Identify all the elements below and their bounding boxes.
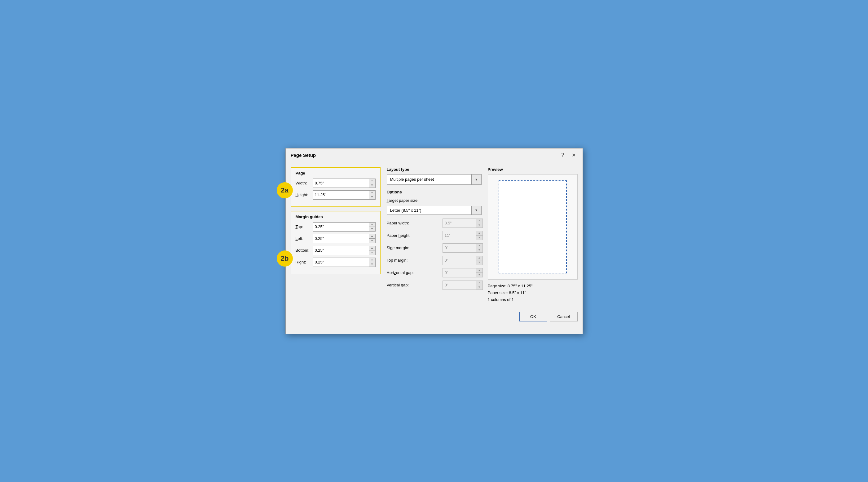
width-down-button[interactable]: ▼ xyxy=(369,183,375,187)
cancel-button[interactable]: Cancel xyxy=(550,312,578,322)
columns-info: 1 columns of 1 xyxy=(488,296,578,303)
horizontal-gap-row: Horizontal gap: ▲ ▼ xyxy=(387,268,482,277)
top-margin-input[interactable] xyxy=(313,222,369,231)
target-paper-dropdown[interactable]: ▾ xyxy=(387,206,482,215)
horizontal-gap-input[interactable] xyxy=(443,268,476,277)
options-top-margin-up-button[interactable]: ▲ xyxy=(476,256,483,260)
vertical-gap-spinner[interactable]: ▲ ▼ xyxy=(442,280,483,290)
width-up-button[interactable]: ▲ xyxy=(369,179,375,183)
paper-height-control: ▲ ▼ xyxy=(442,231,483,240)
target-paper-row: Target paper size: xyxy=(387,198,482,203)
paper-width-down-button[interactable]: ▼ xyxy=(476,223,483,228)
height-input[interactable] xyxy=(313,191,369,199)
left-margin-row: Left: ▲ ▼ xyxy=(296,234,376,243)
layout-type-arrow-button[interactable]: ▾ xyxy=(471,175,481,184)
width-input[interactable] xyxy=(313,179,369,187)
vertical-gap-up-button[interactable]: ▲ xyxy=(476,281,483,285)
bottom-margin-spinner[interactable]: ▲ ▼ xyxy=(313,246,376,255)
ok-button[interactable]: OK xyxy=(519,312,547,322)
target-paper-input[interactable] xyxy=(387,206,471,214)
left-margin-input[interactable] xyxy=(313,234,369,243)
dialog-footer: OK Cancel xyxy=(286,308,583,326)
bottom-margin-up-button[interactable]: ▲ xyxy=(369,246,375,250)
paper-width-control: ▲ ▼ xyxy=(442,218,483,228)
left-margin-spinner[interactable]: ▲ ▼ xyxy=(313,234,376,243)
paper-width-row: Paper width: ▲ ▼ xyxy=(387,218,482,228)
top-margin-spinner[interactable]: ▲ ▼ xyxy=(313,222,376,232)
left-margin-down-button[interactable]: ▼ xyxy=(369,239,375,243)
top-margin-label: Top: xyxy=(296,224,313,229)
horizontal-gap-control: ▲ ▼ xyxy=(442,268,483,277)
height-label: Height: xyxy=(296,192,313,197)
horizontal-gap-label: Horizontal gap: xyxy=(387,270,442,275)
close-button[interactable]: ✕ xyxy=(570,152,578,159)
target-paper-arrow-button[interactable]: ▾ xyxy=(471,206,481,214)
preview-page xyxy=(499,180,567,273)
margin-section-title: Margin guides xyxy=(296,214,376,219)
height-down-button[interactable]: ▼ xyxy=(369,195,375,199)
options-top-margin-spinner[interactable]: ▲ ▼ xyxy=(442,256,483,265)
bottom-margin-down-button[interactable]: ▼ xyxy=(369,250,375,255)
paper-width-spinner[interactable]: ▲ ▼ xyxy=(442,218,483,228)
step-badge-2b: 2b xyxy=(277,250,293,267)
paper-height-down-button[interactable]: ▼ xyxy=(476,236,483,240)
page-setup-dialog: Page Setup ? ✕ Page Width: xyxy=(285,148,583,334)
top-margin-up-button[interactable]: ▲ xyxy=(369,222,375,227)
width-label: Width: xyxy=(296,181,313,185)
middle-column: Layout type ▾ Options Target paper size: xyxy=(387,167,482,303)
left-column: Page Width: ▲ ▼ xyxy=(291,167,380,303)
side-margin-control: ▲ ▼ xyxy=(442,243,483,252)
right-column: Preview Page size: 8.75" x 11.25" Paper … xyxy=(488,167,578,303)
right-margin-up-button[interactable]: ▲ xyxy=(369,258,375,262)
vertical-gap-row: Vertical gap: ▲ ▼ xyxy=(387,280,482,290)
side-margin-row: Side margin: ▲ ▼ xyxy=(387,243,482,252)
vertical-gap-input[interactable] xyxy=(443,281,476,290)
height-spinner[interactable]: ▲ ▼ xyxy=(313,190,376,200)
chevron-down-icon: ▾ xyxy=(475,208,477,212)
paper-height-spinner[interactable]: ▲ ▼ xyxy=(442,231,483,240)
options-top-margin-control: ▲ ▼ xyxy=(442,256,483,265)
dialog-body: Page Width: ▲ ▼ xyxy=(286,162,583,308)
preview-area xyxy=(488,174,578,279)
paper-height-input[interactable] xyxy=(443,231,476,240)
options-top-margin-input[interactable] xyxy=(443,256,476,265)
right-margin-spinner[interactable]: ▲ ▼ xyxy=(313,258,376,267)
vertical-gap-down-button[interactable]: ▼ xyxy=(476,285,483,290)
side-margin-input[interactable] xyxy=(443,244,476,252)
right-margin-down-button[interactable]: ▼ xyxy=(369,262,375,267)
page-size-info: Page size: 8.75" x 11.25" xyxy=(488,283,578,290)
bottom-margin-input[interactable] xyxy=(313,246,369,255)
right-margin-input[interactable] xyxy=(313,258,369,267)
layout-type-dropdown[interactable]: ▾ xyxy=(387,174,482,185)
height-spinner-buttons: ▲ ▼ xyxy=(369,191,375,199)
top-margin-row: Top: ▲ ▼ xyxy=(296,222,376,232)
width-spinner[interactable]: ▲ ▼ xyxy=(313,179,376,188)
horizontal-gap-up-button[interactable]: ▲ xyxy=(476,268,483,273)
side-margin-down-button[interactable]: ▼ xyxy=(476,248,483,252)
top-margin-down-button[interactable]: ▼ xyxy=(369,227,375,231)
dialog-wrapper: 2a 2b Page Setup ? ✕ Page Width: xyxy=(285,148,583,334)
paper-width-input[interactable] xyxy=(443,219,476,228)
title-bar: Page Setup ? ✕ xyxy=(286,148,583,162)
paper-height-up-button[interactable]: ▲ xyxy=(476,231,483,236)
step-badge-2a: 2a xyxy=(277,182,293,199)
paper-width-up-button[interactable]: ▲ xyxy=(476,219,483,223)
width-row: Width: ▲ ▼ xyxy=(296,179,376,188)
preview-title: Preview xyxy=(488,167,578,172)
side-margin-spinner[interactable]: ▲ ▼ xyxy=(442,243,483,252)
height-row: Height: ▲ ▼ xyxy=(296,190,376,200)
bottom-margin-row: Bottom: ▲ ▼ xyxy=(296,246,376,255)
layout-type-input[interactable] xyxy=(387,175,471,183)
paper-size-info: Paper size: 8.5" x 11" xyxy=(488,290,578,296)
options-top-margin-label: Top margin: xyxy=(387,258,442,263)
left-margin-up-button[interactable]: ▲ xyxy=(369,234,375,239)
options-top-margin-row: Top margin: ▲ ▼ xyxy=(387,256,482,265)
vertical-gap-control: ▲ ▼ xyxy=(442,280,483,290)
side-margin-up-button[interactable]: ▲ xyxy=(476,244,483,248)
help-button[interactable]: ? xyxy=(560,152,566,158)
horizontal-gap-down-button[interactable]: ▼ xyxy=(476,273,483,277)
layout-type-label: Layout type xyxy=(387,167,482,172)
height-up-button[interactable]: ▲ xyxy=(369,191,375,195)
options-top-margin-down-button[interactable]: ▼ xyxy=(476,260,483,265)
horizontal-gap-spinner[interactable]: ▲ ▼ xyxy=(442,268,483,277)
